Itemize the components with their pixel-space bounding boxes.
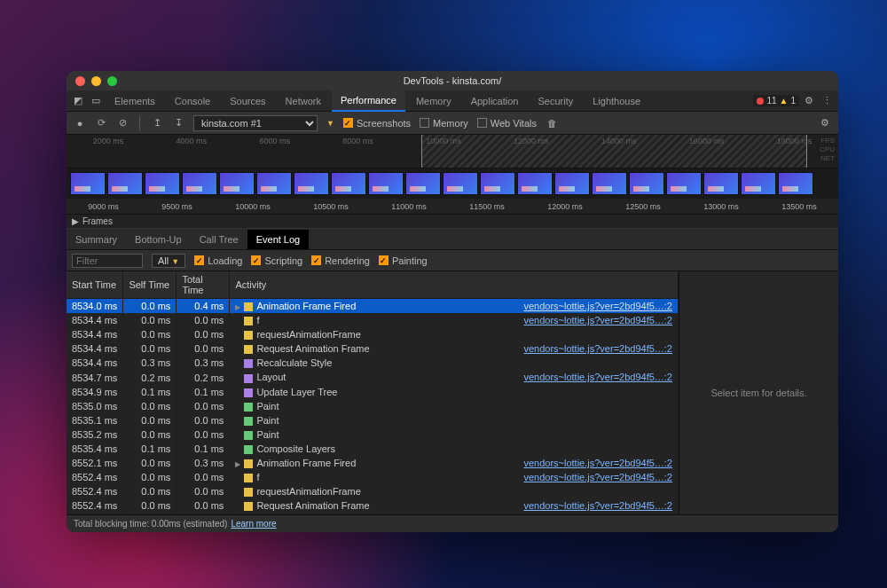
- profile-select[interactable]: kinsta.com #1: [193, 115, 318, 131]
- filmstrip[interactable]: [67, 169, 838, 199]
- filmstrip-thumb[interactable]: [517, 172, 553, 195]
- tab-performance[interactable]: Performance: [332, 90, 405, 112]
- event-row[interactable]: 8534.4 ms0.0 ms0.0 msrequestAnimationFra…: [67, 327, 679, 341]
- expand-icon[interactable]: ▶: [235, 303, 244, 311]
- filmstrip-thumb[interactable]: [480, 172, 515, 195]
- filmstrip-thumb[interactable]: [70, 172, 106, 195]
- category-swatch-icon: [244, 431, 253, 440]
- category-swatch-icon: [244, 417, 253, 426]
- detail-tabs: SummaryBottom-UpCall TreeEvent Log: [67, 229, 838, 250]
- filter-input[interactable]: [72, 254, 143, 268]
- event-row[interactable]: 8552.4 ms0.0 ms0.0 msrequestAnimationFra…: [67, 484, 679, 498]
- filmstrip-thumb[interactable]: [331, 172, 366, 195]
- clear-icon[interactable]: ⊘: [116, 117, 129, 129]
- event-row[interactable]: 8535.4 ms0.1 ms0.1 msComposite Layers: [67, 442, 679, 456]
- more-icon[interactable]: ⋮: [819, 93, 835, 109]
- memory-checkbox[interactable]: Memory: [420, 118, 468, 129]
- frames-row[interactable]: ▶ Frames: [67, 215, 838, 229]
- record-icon[interactable]: ●: [74, 118, 86, 129]
- col-header[interactable]: Activity: [230, 271, 679, 299]
- rendering-checkbox[interactable]: ✓Rendering: [311, 255, 370, 266]
- subtab-summary[interactable]: Summary: [67, 230, 126, 249]
- error-dot-icon: [757, 98, 764, 105]
- event-row[interactable]: 8534.0 ms0.0 ms0.4 ms▶Animation Frame Fi…: [67, 299, 679, 314]
- tab-sources[interactable]: Sources: [221, 91, 274, 111]
- chevron-down-icon: ▶: [72, 216, 79, 226]
- filmstrip-thumb[interactable]: [741, 172, 776, 195]
- source-link[interactable]: vendors~lottie.js?ver=2bd94f5…:2: [523, 301, 672, 311]
- filmstrip-thumb[interactable]: [703, 172, 739, 195]
- subtab-event-log[interactable]: Event Log: [247, 230, 310, 249]
- tab-lighthouse[interactable]: Lighthouse: [584, 91, 649, 111]
- overview-selection[interactable]: [421, 135, 807, 168]
- filmstrip-thumb[interactable]: [554, 172, 590, 195]
- event-row[interactable]: 8535.1 ms0.0 ms0.0 msPaint: [67, 413, 679, 427]
- source-link[interactable]: vendors~lottie.js?ver=2bd94f5…:2: [523, 372, 672, 382]
- event-row[interactable]: 8535.0 ms0.0 ms0.0 msPaint: [67, 399, 679, 413]
- filmstrip-thumb[interactable]: [219, 172, 255, 195]
- subtab-bottom-up[interactable]: Bottom-Up: [126, 230, 191, 249]
- event-row[interactable]: 8534.7 ms0.2 ms0.2 msLayoutvendors~lotti…: [67, 370, 679, 384]
- scripting-checkbox[interactable]: ✓Scripting: [251, 255, 302, 266]
- filmstrip-thumb[interactable]: [778, 172, 813, 195]
- painting-checkbox[interactable]: ✓Painting: [379, 255, 428, 266]
- col-header[interactable]: Self Time: [123, 271, 177, 299]
- event-row[interactable]: 8534.9 ms0.1 ms0.1 msUpdate Layer Tree: [67, 385, 679, 399]
- screenshots-checkbox[interactable]: ✓Screenshots: [343, 118, 411, 129]
- loading-checkbox[interactable]: ✓Loading: [194, 255, 242, 266]
- tab-security[interactable]: Security: [529, 91, 582, 111]
- inspect-icon[interactable]: ◩: [70, 93, 86, 109]
- source-link[interactable]: vendors~lottie.js?ver=2bd94f5…:2: [523, 500, 672, 511]
- event-row[interactable]: 8534.4 ms0.3 ms0.3 msRecalculate Style: [67, 356, 679, 370]
- filmstrip-thumb[interactable]: [145, 172, 180, 195]
- filmstrip-thumb[interactable]: [256, 172, 292, 195]
- category-swatch-icon: [244, 317, 253, 325]
- filmstrip-thumb[interactable]: [405, 172, 441, 195]
- gear-icon[interactable]: ⚙: [801, 93, 817, 109]
- tab-memory[interactable]: Memory: [407, 91, 460, 111]
- filmstrip-thumb[interactable]: [592, 172, 627, 195]
- webvitals-checkbox[interactable]: Web Vitals: [477, 118, 537, 129]
- zoom-icon[interactable]: [107, 76, 117, 86]
- minimize-icon[interactable]: [91, 76, 101, 86]
- reload-icon[interactable]: ⟳: [95, 117, 107, 129]
- tab-console[interactable]: Console: [166, 91, 219, 111]
- learn-more-link[interactable]: Learn more: [231, 519, 276, 529]
- tab-application[interactable]: Application: [462, 91, 528, 111]
- expand-icon[interactable]: ▶: [235, 460, 244, 468]
- filmstrip-thumb[interactable]: [443, 172, 478, 195]
- event-log-table[interactable]: Start TimeSelf TimeTotal TimeActivity 85…: [67, 271, 679, 514]
- filmstrip-thumb[interactable]: [294, 172, 329, 195]
- subtab-call-tree[interactable]: Call Tree: [191, 230, 247, 249]
- source-link[interactable]: vendors~lottie.js?ver=2bd94f5…:2: [523, 343, 672, 354]
- filmstrip-thumb[interactable]: [368, 172, 404, 195]
- event-row[interactable]: 8552.4 ms0.0 ms0.0 msRequest Animation F…: [67, 498, 679, 513]
- overview-track[interactable]: 2000 ms4000 ms6000 ms8000 ms10000 ms1200…: [67, 135, 838, 169]
- download-icon[interactable]: ↧: [172, 117, 184, 129]
- duration-select[interactable]: All ▼: [152, 254, 185, 268]
- event-row[interactable]: 8552.1 ms0.0 ms0.3 ms▶Animation Frame Fi…: [67, 456, 679, 470]
- gear-icon[interactable]: ⚙: [819, 117, 831, 129]
- tab-network[interactable]: Network: [277, 91, 330, 111]
- category-swatch-icon: [244, 388, 253, 397]
- source-link[interactable]: vendors~lottie.js?ver=2bd94f5…:2: [523, 472, 672, 482]
- error-badge[interactable]: 11 ▲ 1: [753, 95, 799, 106]
- time-ruler[interactable]: 9000 ms9500 ms10000 ms10500 ms11000 ms11…: [67, 199, 838, 215]
- upload-icon[interactable]: ↥: [151, 117, 163, 129]
- source-link[interactable]: vendors~lottie.js?ver=2bd94f5…:2: [523, 315, 672, 325]
- col-header[interactable]: Start Time: [67, 271, 123, 299]
- event-row[interactable]: 8535.2 ms0.0 ms0.0 msPaint: [67, 427, 679, 442]
- close-icon[interactable]: [75, 76, 85, 86]
- event-row[interactable]: 8552.4 ms0.0 ms0.0 msfvendors~lottie.js?…: [67, 470, 679, 484]
- tab-elements[interactable]: Elements: [106, 91, 164, 111]
- source-link[interactable]: vendors~lottie.js?ver=2bd94f5…:2: [523, 458, 672, 468]
- filmstrip-thumb[interactable]: [629, 172, 664, 195]
- event-row[interactable]: 8534.4 ms0.0 ms0.0 msRequest Animation F…: [67, 341, 679, 356]
- col-header[interactable]: Total Time: [177, 271, 230, 299]
- filmstrip-thumb[interactable]: [107, 172, 143, 195]
- filmstrip-thumb[interactable]: [666, 172, 702, 195]
- event-row[interactable]: 8534.4 ms0.0 ms0.0 msfvendors~lottie.js?…: [67, 313, 679, 327]
- trash-icon[interactable]: 🗑: [546, 118, 558, 129]
- device-icon[interactable]: ▭: [88, 93, 104, 109]
- filmstrip-thumb[interactable]: [182, 172, 217, 195]
